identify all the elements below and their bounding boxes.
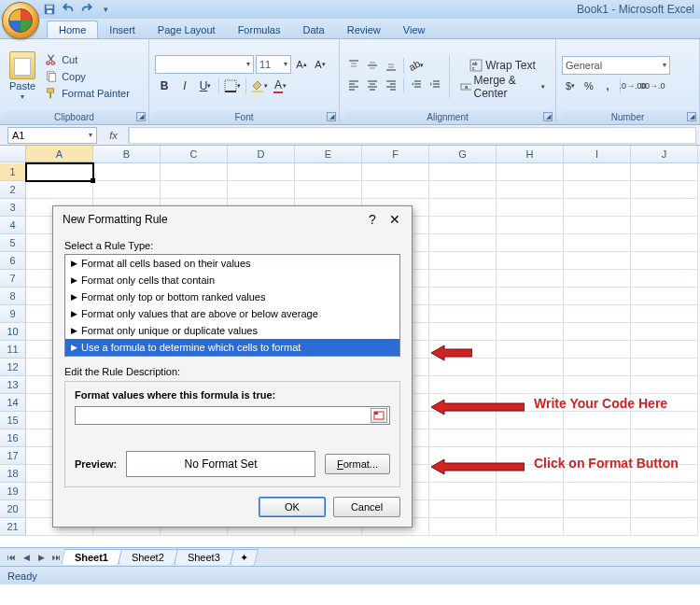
cell[interactable] (497, 252, 564, 270)
column-header-B[interactable]: B (93, 146, 161, 162)
cell[interactable] (631, 199, 698, 217)
redo-icon[interactable] (78, 2, 95, 17)
sheet-nav-first[interactable]: ⏮ (4, 550, 19, 565)
decrease-decimal-button[interactable]: .00→.0 (643, 77, 660, 94)
wrap-text-button[interactable]: abcWrap Text (455, 56, 550, 75)
rule-type-option[interactable]: ▶Use a formula to determine which cells … (65, 339, 399, 356)
save-icon[interactable] (41, 2, 58, 17)
row-header-21[interactable]: 21 (0, 518, 26, 536)
align-middle-button[interactable] (364, 57, 381, 74)
cell[interactable] (429, 288, 497, 305)
name-box[interactable]: A1▾ (7, 127, 97, 144)
cell[interactable] (429, 252, 497, 270)
fx-icon[interactable]: fx (99, 127, 129, 144)
cell[interactable] (429, 483, 497, 500)
cut-button[interactable]: Cut (43, 52, 132, 67)
column-header-F[interactable]: F (362, 146, 429, 162)
cell[interactable] (564, 163, 631, 181)
cell[interactable] (564, 323, 631, 341)
align-bottom-button[interactable] (383, 57, 399, 74)
row-header-1[interactable]: 1 (0, 163, 26, 181)
rule-type-option[interactable]: ▶Format all cells based on their values (65, 255, 399, 272)
italic-button[interactable]: I (175, 77, 194, 95)
column-header-C[interactable]: C (161, 146, 228, 162)
cell[interactable] (497, 341, 564, 359)
cell[interactable] (564, 412, 631, 429)
font-color-button[interactable]: A▾ (271, 77, 289, 95)
cell[interactable] (564, 429, 631, 447)
font-family-combo[interactable]: ▾ (155, 55, 254, 74)
cell[interactable] (631, 483, 698, 500)
align-center-button[interactable] (364, 77, 381, 93)
fill-color-button[interactable]: ▾ (250, 77, 269, 95)
sheet-tab-new[interactable]: ✦ (230, 549, 259, 566)
cell[interactable] (564, 305, 631, 323)
cell[interactable] (564, 376, 631, 394)
cell[interactable] (631, 376, 698, 394)
rule-type-option[interactable]: ▶Format only top or bottom ranked values (65, 288, 399, 305)
cell[interactable] (497, 181, 564, 199)
tab-home[interactable]: Home (47, 21, 98, 38)
accounting-format-button[interactable]: $▾ (562, 77, 579, 94)
column-header-D[interactable]: D (228, 146, 295, 162)
rule-type-list[interactable]: ▶Format all cells based on their values▶… (64, 254, 400, 357)
cell[interactable] (564, 252, 631, 270)
cell[interactable] (497, 305, 564, 323)
column-header-G[interactable]: G (429, 146, 497, 162)
font-size-combo[interactable]: 11▾ (256, 55, 291, 74)
column-header-E[interactable]: E (295, 146, 362, 162)
cell[interactable] (429, 323, 497, 341)
cell[interactable] (429, 376, 497, 394)
formula-input-field[interactable] (75, 406, 390, 425)
cell[interactable] (429, 199, 497, 217)
cell[interactable] (631, 288, 698, 305)
cell[interactable] (429, 305, 497, 323)
dialog-help-button[interactable]: ? (361, 210, 384, 229)
shrink-font-button[interactable]: A▾ (312, 56, 329, 73)
comma-format-button[interactable]: , (599, 77, 616, 94)
cell[interactable] (631, 323, 698, 341)
copy-button[interactable]: Copy (43, 69, 132, 84)
cell[interactable] (497, 429, 564, 447)
tab-formulas[interactable]: Formulas (227, 21, 292, 38)
orientation-button[interactable]: ab▾ (408, 57, 425, 74)
cell[interactable] (564, 199, 631, 217)
rule-type-option[interactable]: ▶Format only values that are above or be… (65, 305, 399, 322)
row-header-10[interactable]: 10 (0, 323, 26, 341)
row-header-11[interactable]: 11 (0, 341, 26, 359)
select-all-corner[interactable] (0, 146, 26, 162)
cell[interactable] (497, 217, 564, 234)
cell[interactable] (564, 217, 631, 234)
cell[interactable] (564, 270, 631, 288)
row-header-15[interactable]: 15 (0, 412, 26, 429)
cell[interactable] (497, 163, 564, 181)
tab-view[interactable]: View (392, 21, 437, 38)
cell[interactable] (631, 412, 698, 429)
percent-format-button[interactable]: % (581, 77, 597, 94)
cell[interactable] (497, 500, 564, 518)
cell[interactable] (631, 305, 698, 323)
row-header-19[interactable]: 19 (0, 483, 26, 500)
row-header-14[interactable]: 14 (0, 394, 26, 412)
cell[interactable] (26, 181, 93, 199)
cell[interactable] (631, 217, 698, 234)
tab-data[interactable]: Data (291, 21, 335, 38)
align-right-button[interactable] (383, 77, 399, 93)
cell[interactable] (93, 181, 161, 199)
cell[interactable] (564, 181, 631, 199)
cell[interactable] (631, 252, 698, 270)
cell[interactable] (429, 270, 497, 288)
row-header-13[interactable]: 13 (0, 376, 26, 394)
sheet-tab-3[interactable]: Sheet3 (174, 549, 233, 565)
cell[interactable] (631, 163, 698, 181)
cell[interactable] (564, 518, 631, 536)
row-header-2[interactable]: 2 (0, 181, 26, 199)
paste-button[interactable]: Paste ▾ (6, 49, 39, 103)
row-header-12[interactable]: 12 (0, 359, 26, 376)
cell[interactable] (362, 181, 429, 199)
cancel-button[interactable]: Cancel (333, 497, 400, 517)
cell[interactable] (429, 500, 497, 518)
row-header-20[interactable]: 20 (0, 500, 26, 518)
tab-insert[interactable]: Insert (98, 21, 147, 38)
cell[interactable] (228, 181, 295, 199)
